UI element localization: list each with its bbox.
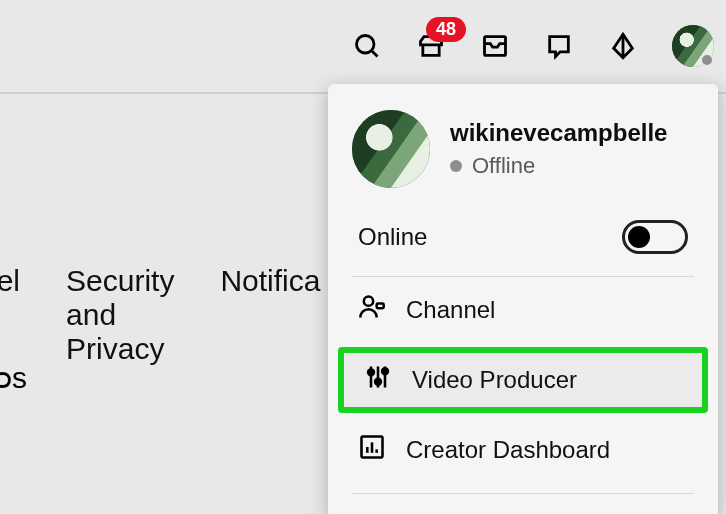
- svg-line-1: [372, 51, 378, 57]
- prime-loot-icon[interactable]: 48: [416, 31, 446, 61]
- menu-item-channel[interactable]: Channel: [328, 277, 718, 343]
- dashboard-icon: [358, 433, 386, 467]
- status-label: Offline: [450, 153, 667, 179]
- menu-item-creator-dashboard[interactable]: Creator Dashboard: [328, 417, 718, 483]
- whispers-icon[interactable]: [544, 31, 574, 61]
- menu-item-video-producer[interactable]: Video Producer: [338, 347, 708, 413]
- svg-point-3: [364, 297, 373, 306]
- bits-icon[interactable]: [608, 31, 638, 61]
- settings-tabs-background: nel Security and Privacy Notifica: [0, 264, 320, 366]
- svg-point-0: [357, 36, 375, 54]
- menu-divider: [352, 493, 694, 494]
- status-dot-icon: [700, 53, 714, 67]
- tab-security-privacy[interactable]: Security and Privacy: [66, 264, 174, 366]
- user-avatar-large[interactable]: [352, 110, 430, 188]
- menu-item-label: Video Producer: [412, 366, 577, 394]
- user-avatar-small[interactable]: [672, 25, 714, 67]
- svg-point-8: [375, 379, 381, 385]
- username-label: wikinevecampbelle: [450, 119, 667, 147]
- user-dropdown-menu: wikinevecampbelle Offline Online Channel…: [328, 84, 718, 514]
- channel-icon: [358, 293, 386, 327]
- menu-item-label: Channel: [406, 296, 495, 324]
- tab-fragment: ɔs: [0, 360, 27, 395]
- profile-header: wikinevecampbelle Offline: [328, 104, 718, 206]
- sliders-icon: [364, 363, 392, 397]
- svg-rect-4: [377, 304, 384, 309]
- svg-point-10: [382, 368, 388, 374]
- inbox-icon[interactable]: [480, 31, 510, 61]
- search-icon[interactable]: [352, 31, 382, 61]
- tab-channel-partial[interactable]: nel: [0, 264, 20, 366]
- online-label: Online: [358, 223, 427, 251]
- online-toggle-row: Online: [328, 206, 718, 276]
- online-toggle[interactable]: [622, 220, 688, 254]
- tab-notifications-partial[interactable]: Notifica: [220, 264, 320, 366]
- top-nav: 48: [0, 0, 726, 92]
- menu-item-label: Creator Dashboard: [406, 436, 610, 464]
- notification-badge: 48: [426, 17, 466, 42]
- svg-point-6: [368, 369, 374, 375]
